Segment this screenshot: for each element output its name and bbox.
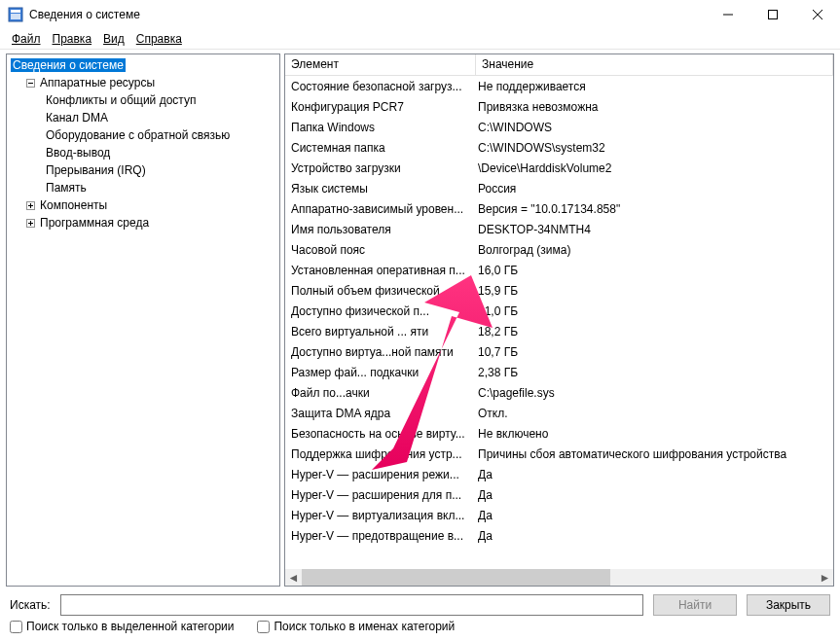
cell-value: 16,0 ГБ: [476, 264, 833, 277]
search-input[interactable]: [60, 594, 643, 616]
cell-element: Установленная оперативная п...: [285, 264, 476, 277]
list-row[interactable]: Папка WindowsC:\WINDOWS: [285, 117, 833, 137]
list-row[interactable]: Hyper-V — расширения для п...Да: [285, 484, 833, 505]
cell-value: Волгоград (зима): [476, 243, 833, 257]
menu-view[interactable]: Вид: [97, 32, 130, 46]
cell-element: Устройство загрузки: [285, 161, 476, 175]
scroll-thumb[interactable]: [302, 569, 610, 586]
list-row[interactable]: Состояние безопасной загруз...Не поддерж…: [285, 76, 833, 96]
list-row[interactable]: Файл по...ачкиC:\pagefile.sys: [285, 382, 833, 403]
menu-help[interactable]: Справка: [130, 32, 188, 46]
tree-hardware-resources[interactable]: Аппаратные ресурсы: [7, 74, 279, 91]
tree-io[interactable]: Ввод-вывод: [7, 144, 279, 161]
tree-root-system-summary[interactable]: Сведения о системе: [7, 56, 279, 74]
tree-components[interactable]: Компоненты: [7, 196, 279, 214]
list-row[interactable]: Часовой поясВолгоград (зима): [285, 239, 833, 260]
cell-value: 2,38 ГБ: [476, 366, 833, 379]
tree-panel[interactable]: Сведения о системе Аппаратные ресурсы Ко…: [6, 53, 280, 587]
find-button[interactable]: Найти: [653, 594, 737, 616]
cell-value: DESKTOP-34NMTH4: [476, 223, 833, 236]
list-row[interactable]: Устройство загрузки\Device\HarddiskVolum…: [285, 158, 833, 178]
cell-element: Защита DMA ядра: [285, 407, 476, 420]
tree-software-env[interactable]: Программная среда: [7, 214, 279, 231]
svg-rect-1: [11, 10, 20, 13]
list-row[interactable]: Поддержка шифрования устр...Причины сбоя…: [285, 444, 833, 464]
list-header: Элемент Значение: [285, 54, 833, 76]
list-row[interactable]: Аппаратно-зависимый уровен...Версия = "1…: [285, 198, 833, 219]
svg-rect-4: [769, 11, 778, 19]
cell-value: 15,9 ГБ: [476, 284, 833, 298]
chk-selected-category[interactable]: Поиск только в выделенной категории: [10, 620, 234, 633]
list-row[interactable]: Hyper-V — виртуализация вкл...Да: [285, 505, 833, 525]
scroll-right-icon[interactable]: ►: [817, 569, 833, 586]
cell-value: Привязка невозможна: [476, 100, 833, 114]
list-row[interactable]: Установленная оперативная п...16,0 ГБ: [285, 260, 833, 280]
cell-value: Да: [476, 468, 833, 481]
list-row[interactable]: Hyper-V — предотвращение в...Да: [285, 525, 833, 546]
list-row[interactable]: Доступно виртуа...ной памяти10,7 ГБ: [285, 341, 833, 362]
chk-selected-category-box[interactable]: [10, 621, 22, 633]
cell-element: Поддержка шифрования устр...: [285, 447, 476, 461]
chk-names-only[interactable]: Поиск только в именах категорий: [257, 620, 455, 633]
menubar: Файл Правка Вид Справка: [0, 29, 840, 49]
titlebar: Сведения о системе: [0, 0, 840, 29]
column-element[interactable]: Элемент: [285, 54, 476, 75]
list-row[interactable]: Доступно физической п...11,0 ГБ: [285, 301, 833, 321]
list-row[interactable]: Hyper-V — расширения режи...Да: [285, 464, 833, 484]
minimize-button[interactable]: [706, 0, 750, 29]
list-row[interactable]: Всего виртуальной ... яти18,2 ГБ: [285, 321, 833, 341]
tree-dma[interactable]: Канал DMA: [7, 109, 279, 126]
horizontal-scrollbar[interactable]: ◄ ►: [285, 569, 833, 586]
column-value[interactable]: Значение: [476, 54, 833, 75]
tree-conflicts[interactable]: Конфликты и общий доступ: [7, 91, 279, 109]
search-label: Искать:: [10, 598, 51, 612]
cell-element: Безопасность на основе вирту...: [285, 427, 476, 441]
maximize-button[interactable]: [750, 0, 795, 29]
cell-element: Размер фай... подкачки: [285, 366, 476, 379]
search-options: Поиск только в выделенной категории Поис…: [0, 620, 840, 641]
cell-element: Hyper-V — расширения для п...: [285, 488, 476, 502]
list-row[interactable]: Язык системыРоссия: [285, 178, 833, 198]
close-search-button[interactable]: Закрыть: [747, 594, 830, 616]
list-row[interactable]: Защита DMA ядраОткл.: [285, 403, 833, 423]
cell-element: Hyper-V — виртуализация вкл...: [285, 509, 476, 522]
cell-element: Состояние безопасной загруз...: [285, 80, 476, 93]
cell-value: Да: [476, 529, 833, 543]
list-row[interactable]: Системная папкаC:\WINDOWS\system32: [285, 137, 833, 158]
chk-names-only-box[interactable]: [257, 621, 270, 633]
list-panel: Элемент Значение Состояние безопасной за…: [284, 53, 834, 587]
cell-element: Язык системы: [285, 182, 476, 196]
tree-forced-hardware[interactable]: Оборудование с обратной связью: [7, 126, 279, 144]
cell-element: Всего виртуальной ... яти: [285, 325, 476, 338]
cell-element: Системная папка: [285, 141, 476, 155]
cell-element: Доступно виртуа...ной памяти: [285, 345, 476, 359]
cell-element: Доступно физической п...: [285, 304, 476, 318]
list-row[interactable]: Размер фай... подкачки2,38 ГБ: [285, 362, 833, 382]
cell-value: Россия: [476, 182, 833, 196]
cell-element: Конфигурация PCR7: [285, 100, 476, 114]
scroll-left-icon[interactable]: ◄: [285, 569, 302, 586]
cell-value: \Device\HarddiskVolume2: [476, 161, 833, 175]
expand-icon[interactable]: [24, 199, 36, 211]
list-body[interactable]: Состояние безопасной загруз...Не поддерж…: [285, 76, 833, 569]
cell-element: Полный объем физической ...: [285, 284, 476, 298]
menu-file[interactable]: Файл: [6, 32, 47, 46]
list-row[interactable]: Полный объем физической ...15,9 ГБ: [285, 280, 833, 301]
expand-icon[interactable]: [24, 217, 36, 229]
app-icon: [8, 7, 23, 22]
cell-value: Причины сбоя автоматического шифрования …: [476, 447, 833, 461]
cell-element: Часовой пояс: [285, 243, 476, 257]
list-row[interactable]: Имя пользователяDESKTOP-34NMTH4: [285, 219, 833, 239]
tree-irq[interactable]: Прерывания (IRQ): [7, 161, 279, 179]
menu-edit[interactable]: Правка: [47, 32, 98, 46]
collapse-icon[interactable]: [24, 77, 36, 89]
cell-value: 10,7 ГБ: [476, 345, 833, 359]
cell-value: C:\WINDOWS\system32: [476, 141, 833, 155]
tree-memory[interactable]: Память: [7, 179, 279, 196]
close-button[interactable]: [795, 0, 840, 29]
list-row[interactable]: Безопасность на основе вирту...Не включе…: [285, 423, 833, 444]
cell-value: Не поддерживается: [476, 80, 833, 93]
cell-value: Версия = "10.0.17134.858": [476, 202, 833, 216]
list-row[interactable]: Конфигурация PCR7Привязка невозможна: [285, 96, 833, 117]
cell-element: Hyper-V — расширения режи...: [285, 468, 476, 481]
